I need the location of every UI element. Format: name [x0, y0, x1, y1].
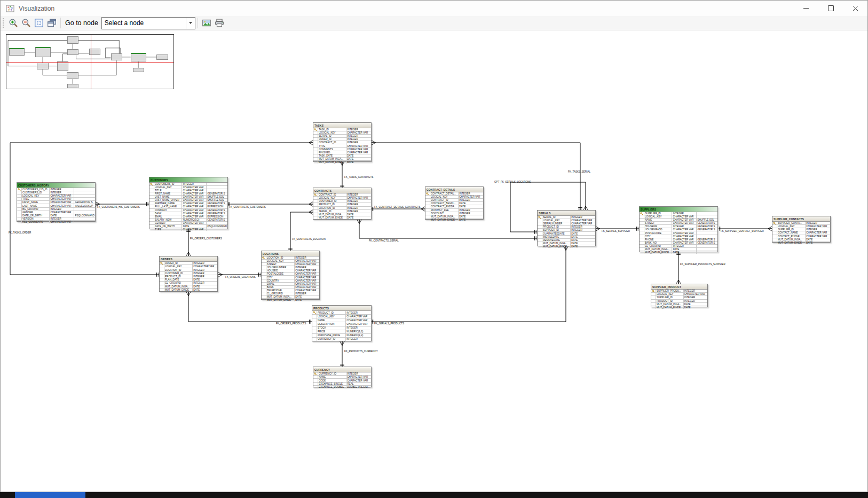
- column-row: DESCRIPTIONCHARACTER VAR: [312, 322, 371, 325]
- minimize-icon: [803, 8, 809, 9]
- table-title: TASKS: [313, 123, 371, 128]
- close-icon: [853, 5, 858, 11]
- column-list: SUPPLIER_CONTA...INTEGERLOGICAL_KEYCHARA…: [772, 222, 830, 244]
- minimap-table-supplier_contacts: [156, 55, 168, 60]
- relationship-label-fk_tasks_contracts: FK_TASKS_CONTRACTS: [344, 176, 373, 178]
- table-tasks[interactable]: TASKSTASK_IDINTEGERLOGICAL_KEYCHARACTER …: [313, 122, 372, 162]
- table-supplier_contacts[interactable]: SUPPLIER_CONTACTSSUPPLIER_CONTA...INTEGE…: [772, 216, 831, 243]
- relationship-label-opt_fk_serials_locations: OPT_FK_SERIALS_LOCATIONS: [494, 181, 531, 183]
- column-gutter: [313, 216, 318, 219]
- minimap-table-customers_history: [9, 48, 25, 56]
- table-suppliers[interactable]: SUPPLIERSSUPPLIER_IDINTEGERLOGICAL_KEYCH…: [639, 206, 718, 252]
- column-row: MUT_DATUM_EINDEDATE: [538, 245, 595, 248]
- node-select-value: Select a node: [102, 19, 186, 27]
- close-button[interactable]: [843, 1, 867, 16]
- minimap-crosshair-vertical: [91, 35, 91, 89]
- column-type: DATE: [192, 289, 217, 291]
- column-type: DATE: [683, 306, 707, 309]
- column-name: MUT_DATUM_EINDE: [266, 299, 294, 301]
- minimap[interactable]: [6, 34, 174, 89]
- table-orders[interactable]: ORDERSORDER_IDINTEGERLOGICAL_KEYCHARACTE…: [159, 256, 218, 292]
- column-list: CUSTOMERS_IDINTEGERLOGICAL_KEYCHARACTER …: [149, 183, 227, 231]
- column-row: EXCHANGE_DOUBLEDOUBLE PRECISI...: [313, 385, 371, 388]
- table-customers[interactable]: CUSTOMERSCUSTOMERS_IDINTEGERLOGICAL_KEYC…: [149, 177, 228, 229]
- column-row: MUT_DATUM_EINDEDATE: [262, 298, 319, 301]
- relationship-label-fk_orders_products: FK_ORDERS_PRODUCTS: [276, 322, 306, 325]
- column-type: DATE: [805, 242, 830, 244]
- table-contracts[interactable]: CONTRACTSCONTRACT_IDINTEGERLOGICAL_KEYCH…: [313, 188, 372, 220]
- relationship-label-fk_products_currency: FK_PRODUCTS_CURRENCY: [344, 350, 378, 353]
- column-name: MUT_DATUM_EINDE: [656, 306, 683, 309]
- diagram-canvas[interactable]: FK_TASKS_ORDERFK_TASKS_CONTRACTSFK_TASKS…: [1, 1, 867, 492]
- column-row: TYPECHARACTER VAR: [149, 228, 227, 231]
- minimap-table-contracts: [67, 49, 78, 56]
- column-type: DATE: [570, 245, 595, 248]
- table-title: SUPPLIERS: [640, 207, 717, 212]
- node-select-combobox[interactable]: Select a node: [101, 17, 195, 29]
- column-row: MUT_DATUM_EINDEDATE: [160, 288, 217, 291]
- background-window-blue-segment: [15, 492, 85, 498]
- column-gutter: [538, 245, 542, 248]
- column-list: TASK_IDINTEGERLOGICAL_KEYCHARACTER VARSE…: [313, 128, 371, 164]
- relationship-label-fk_contracts_customers: FK_CONTRACTS_CUSTOMERS: [229, 206, 266, 208]
- column-row: CURRENCY_IDINTEGER: [312, 337, 371, 341]
- export-image-button[interactable]: [201, 17, 212, 29]
- minimap-crosshair-horizontal: [6, 63, 173, 63]
- column-gutter: [149, 228, 154, 231]
- relationship-label-fk_customers_his_customers: FK_CUSTOMERS_HIS_CUSTOMERS: [97, 206, 140, 208]
- column-name: TYPE: [154, 228, 182, 231]
- table-title: PRODUCTS: [312, 306, 371, 311]
- column-type: CHARACTER VAR: [49, 221, 74, 223]
- column-name: EXCHANGE_DOUBLE: [318, 386, 346, 388]
- relationship-label-fk_contracts_serial: FK_CONTRACTS_SERIAL: [369, 239, 399, 242]
- column-gutter: [313, 386, 318, 388]
- column-name: MUT_DATUM_EINDE: [542, 245, 570, 248]
- column-generator: [206, 228, 227, 231]
- column-gutter: [312, 338, 317, 341]
- column-name: MUT_DATUM_EINDE: [777, 242, 805, 244]
- chevron-down-icon[interactable]: [186, 18, 195, 29]
- column-row: PURCHASE_PRICENUMERIC(9,2): [312, 333, 371, 337]
- maximize-button[interactable]: [818, 1, 843, 16]
- toolbar-separator: [60, 18, 61, 28]
- table-locations[interactable]: LOCATIONSLOCATION_IDINTEGERLOGICAL_KEYCH…: [261, 251, 320, 300]
- table-currency[interactable]: CURRENCYCURRENCY_IDINTEGERNAMECHARACTER …: [313, 367, 372, 387]
- relationship-fk_serials_products: [372, 246, 566, 322]
- minimap-table-serials: [111, 53, 122, 60]
- column-type: CHARACTER VAR: [182, 228, 206, 231]
- column-row: LOGICAL_KEYCHARACTER VAR: [312, 314, 371, 318]
- fit-to-window-button[interactable]: [33, 17, 45, 29]
- column-list: CURRENCY_IDINTEGERNAMECHARACTER VARCODEC…: [313, 372, 371, 388]
- cascade-windows-button[interactable]: [46, 17, 58, 29]
- column-gutter: [651, 306, 656, 309]
- column-name: REL_COMMENTS: [21, 221, 49, 223]
- column-row: MUT_DATUM_EINDEDATE: [425, 218, 483, 221]
- column-row: MUT_DATUM_EINDEDATE: [640, 251, 717, 254]
- zoom-out-button[interactable]: [20, 17, 32, 29]
- printer-icon: [215, 18, 224, 28]
- toolbar-separator: [198, 18, 198, 28]
- column-list: LOCATION_IDINTEGERLOGICAL_KEYCHARACTER V…: [262, 256, 319, 301]
- print-button[interactable]: [214, 17, 225, 29]
- window-controls: [794, 1, 867, 16]
- table-contract_details[interactable]: CONTRACT_DETAILSCONTRACT_DETAIL...INTEGE…: [425, 186, 484, 220]
- column-gutter: [17, 221, 21, 223]
- column-row: REL_COMMENTSCHARACTER VAR: [17, 220, 95, 223]
- zoom-in-button[interactable]: [7, 17, 19, 29]
- column-row: MUT_DATUM_EINDEDATE: [313, 160, 371, 164]
- table-serials[interactable]: SERIALSSERIAL_IDINTEGERLOGICAL_KEYCHARAC…: [537, 210, 596, 246]
- minimap-table-suppliers: [131, 53, 146, 62]
- zoom-in-icon: [9, 18, 18, 28]
- column-type: DATE: [294, 299, 319, 301]
- column-row: MUT_DATUM_EINDEDATE: [313, 216, 371, 219]
- table-products[interactable]: PRODUCTSPRODUCT_IDINTEGERLOGICAL_KEYCHAR…: [312, 305, 372, 341]
- table-supplier_product[interactable]: SUPPLIER_PRODUCTSUPPLIER_PRODU...INTEGER…: [651, 284, 708, 307]
- table-title: CONTRACT_DETAILS: [425, 187, 483, 192]
- minimap-table-customers: [35, 47, 51, 57]
- column-name: CURRENCY_ID: [317, 338, 345, 341]
- app-icon: [6, 4, 14, 13]
- column-row: MUT_DATUM_EINDEDATE: [651, 306, 707, 309]
- column-gutter: [262, 299, 266, 301]
- minimize-button[interactable]: [794, 1, 818, 16]
- table-customers_history[interactable]: CUSTOMERS_HISTORYCUSTOMERS_HIS_IDINTEGER…: [17, 182, 96, 222]
